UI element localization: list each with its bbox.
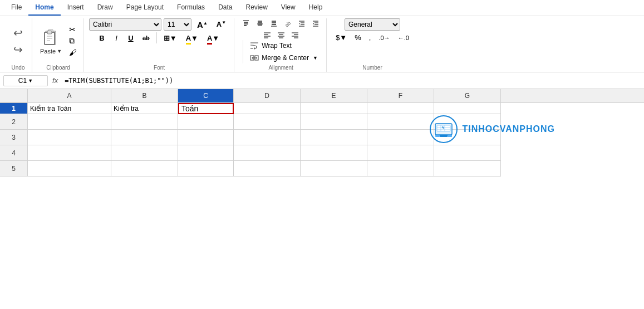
watermark-text: TINHOCVANPHONG: [462, 124, 555, 134]
italic-button[interactable]: I: [110, 33, 122, 43]
tab-review[interactable]: Review: [239, 0, 274, 16]
cell-D3[interactable]: [234, 130, 301, 145]
cell-B3[interactable]: [111, 130, 178, 145]
tab-formulas[interactable]: Formulas: [170, 0, 212, 16]
comma-button[interactable]: ,: [366, 32, 375, 43]
col-header-B[interactable]: B: [111, 89, 178, 102]
ribbon: File Home Insert Draw Page Layout Formul…: [0, 0, 644, 72]
row-num-4[interactable]: 4: [0, 145, 28, 161]
cell-D1[interactable]: [234, 103, 301, 114]
cell-B4[interactable]: [111, 145, 178, 161]
cell-G4[interactable]: [434, 145, 501, 161]
cell-D2[interactable]: [234, 114, 301, 130]
cell-G1[interactable]: [434, 103, 501, 114]
redo-button[interactable]: ↪: [11, 42, 25, 57]
merge-center-label: Merge & Center: [262, 54, 309, 62]
font-shrink-button[interactable]: A▼: [213, 19, 229, 30]
undo-button[interactable]: ↩: [11, 25, 25, 41]
tab-home[interactable]: Home: [28, 0, 60, 16]
cell-D4[interactable]: [234, 145, 301, 161]
indent-increase-button[interactable]: [296, 18, 308, 28]
cell-A1[interactable]: Kiểm tra Toán: [28, 103, 111, 114]
align-top-button[interactable]: [240, 18, 252, 28]
font-size-select[interactable]: 8910 111214 161820: [164, 18, 191, 31]
border-button[interactable]: ⊞▼: [160, 33, 180, 43]
row-num-5[interactable]: 5: [0, 161, 28, 176]
tab-view[interactable]: View: [274, 0, 302, 16]
cell-B1[interactable]: Kiểm tra: [111, 103, 178, 114]
decimal-increase-button[interactable]: .0→: [375, 33, 393, 42]
cell-C1[interactable]: Toán: [178, 103, 234, 114]
cell-F2[interactable]: [367, 114, 434, 130]
alignment-group: ab: [235, 18, 327, 72]
row-num-3[interactable]: 3: [0, 130, 28, 145]
cell-A3[interactable]: [28, 130, 111, 145]
cell-F4[interactable]: [367, 145, 434, 161]
tab-help[interactable]: Help: [302, 0, 330, 16]
underline-button[interactable]: U: [125, 33, 137, 43]
cell-B5[interactable]: [111, 161, 178, 176]
tab-insert[interactable]: Insert: [61, 0, 91, 16]
cell-A5[interactable]: [28, 161, 111, 176]
bold-button[interactable]: B: [96, 33, 108, 43]
col-header-C[interactable]: C: [178, 89, 234, 102]
align-right-button[interactable]: [289, 30, 301, 40]
percent-button[interactable]: %: [351, 32, 365, 43]
cell-G5[interactable]: [434, 161, 501, 176]
decimal-decrease-button[interactable]: ←.0: [395, 33, 412, 42]
row-num-2[interactable]: 2: [0, 114, 28, 130]
ribbon-content: ↩ ↪ Undo: [0, 16, 644, 72]
align-center-button[interactable]: [275, 30, 287, 40]
cell-E3[interactable]: [301, 130, 367, 145]
cell-reference-box[interactable]: C1 ▼: [3, 75, 48, 86]
cell-E2[interactable]: [301, 114, 367, 130]
text-direction-button[interactable]: ab: [282, 18, 294, 28]
cell-F5[interactable]: [367, 161, 434, 176]
undo-group-label: Undo: [12, 65, 25, 72]
header-corner: [0, 89, 28, 102]
tab-data[interactable]: Data: [212, 0, 239, 16]
align-middle-button[interactable]: [254, 18, 266, 28]
font-name-select[interactable]: Calibri Arial Times New Roman: [89, 18, 161, 31]
font-grow-button[interactable]: A▲: [194, 19, 211, 31]
cell-F3[interactable]: [367, 130, 434, 145]
cell-A4[interactable]: [28, 145, 111, 161]
col-header-F[interactable]: F: [367, 89, 434, 102]
copy-button[interactable]: ⧉: [67, 36, 78, 46]
number-format-select[interactable]: General Number Currency Accounting Date …: [345, 18, 400, 31]
strikethrough-button[interactable]: ab: [139, 33, 153, 42]
col-header-D[interactable]: D: [234, 89, 301, 102]
col-header-G[interactable]: G: [434, 89, 501, 102]
cell-C5[interactable]: [178, 161, 234, 176]
cell-C3[interactable]: [178, 130, 234, 145]
row-num-1[interactable]: 1: [0, 103, 28, 114]
merge-center-button[interactable]: Merge & Center ▼: [247, 52, 321, 63]
indent-decrease-button[interactable]: [309, 18, 322, 28]
svg-rect-12: [258, 22, 262, 23]
fill-color-button[interactable]: A▼: [183, 33, 201, 43]
cell-E1[interactable]: [301, 103, 367, 114]
cell-E5[interactable]: [301, 161, 367, 176]
paste-button[interactable]: Paste ▼: [38, 26, 64, 57]
formula-input[interactable]: [62, 76, 641, 86]
align-left-button[interactable]: [261, 30, 273, 40]
cell-D5[interactable]: [234, 161, 301, 176]
tab-page-layout[interactable]: Page Layout: [120, 0, 170, 16]
font-color-button[interactable]: A▼: [204, 33, 223, 43]
cell-F1[interactable]: [367, 103, 434, 114]
cell-B2[interactable]: [111, 114, 178, 130]
wrap-text-button[interactable]: Wrap Text: [247, 40, 321, 51]
col-header-E[interactable]: E: [301, 89, 367, 102]
cell-C2[interactable]: [178, 114, 234, 130]
format-painter-button[interactable]: 🖌: [67, 47, 78, 57]
cell-E4[interactable]: [301, 145, 367, 161]
tab-draw[interactable]: Draw: [91, 0, 120, 16]
font-group-label: Font: [154, 65, 165, 72]
col-header-A[interactable]: A: [28, 89, 111, 102]
currency-button[interactable]: $▼: [332, 32, 350, 43]
align-bottom-button[interactable]: [268, 18, 280, 28]
cell-C4[interactable]: [178, 145, 234, 161]
cut-button[interactable]: ✂: [67, 24, 78, 35]
tab-file[interactable]: File: [4, 0, 28, 16]
cell-A2[interactable]: [28, 114, 111, 130]
